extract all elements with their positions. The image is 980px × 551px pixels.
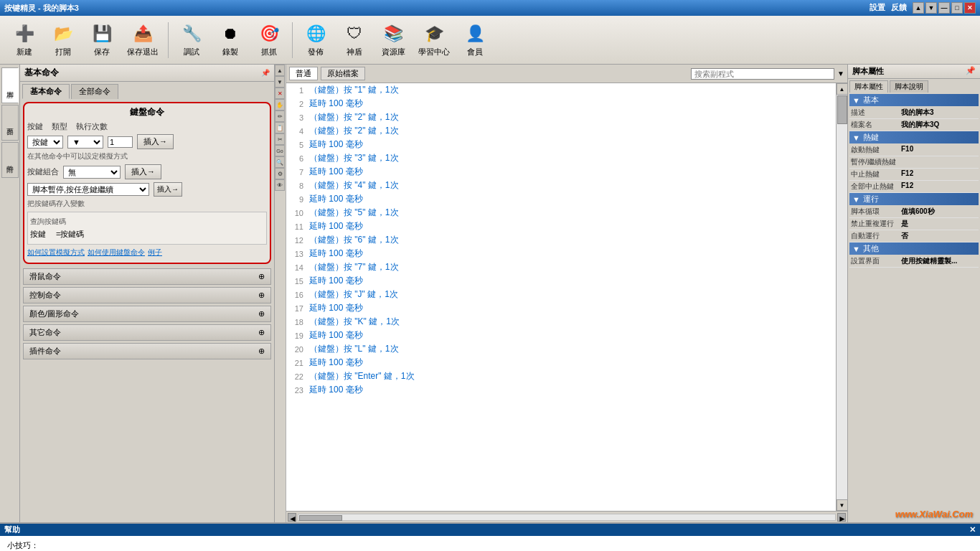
prop-row: 自動運行否 [849,230,979,242]
library-label: 資源庫 [382,47,405,57]
toolbar-capture[interactable]: 🎯 抓抓 [250,19,288,61]
prop-value: 我的脚本3 [901,108,934,118]
table-row: 5延時 100 毫秒 [286,138,836,151]
combo-select[interactable]: 無 [63,166,121,179]
action-copy[interactable]: 📋 [275,122,285,133]
member-icon: 👤 [463,22,486,45]
pause-select[interactable]: 脚本暫停,按任意鍵繼續 [27,183,149,196]
section-label: 熱鍵 [863,132,879,143]
search-input[interactable] [691,68,834,80]
toolbar-library[interactable]: 📚 資源庫 [374,19,412,61]
pin-icon[interactable]: 📌 [261,69,270,77]
vertical-scrollbar[interactable]: ▲ ▼ [836,83,847,511]
settings-link[interactable]: 設置 [870,2,885,14]
search-arrow[interactable]: ▼ [837,70,844,77]
plugin-cmd-btn[interactable]: 插件命令 ⊕ [23,343,271,359]
type-select[interactable]: ▼ [67,136,103,149]
editor-tab-normal[interactable]: 普通 [289,67,318,80]
editor-tab-source[interactable]: 原始檔案 [321,67,365,80]
prop-name: 禁止重複運行 [851,219,901,229]
maximize-btn[interactable]: □ [951,2,963,14]
line-content: （鍵盤）按 "J" 鍵，1次 [309,288,398,301]
mouse-cmd-btn[interactable]: 滑鼠命令 ⊕ [23,268,271,285]
insert-btn-2[interactable]: 插入→ [125,164,161,179]
action-delete[interactable]: ✕ [275,88,285,99]
library-icon: 📚 [382,22,405,45]
pause-row: 脚本暫停,按任意鍵繼續 插入→ [27,182,267,197]
prop-value: 否 [901,231,908,241]
line-content: （鍵盤）按 "2" 鍵，1次 [309,111,399,123]
scroll-down-arrow[interactable]: ▼ [837,499,848,511]
action-up[interactable]: ▲ [275,65,285,76]
toolbar-publish[interactable]: 🌐 發佈 [297,19,334,61]
line-number: 21 [289,359,309,367]
query-title: 查詢按鍵碼 [30,217,264,227]
scroll-down-btn[interactable]: ▼ [925,2,937,14]
toolbar-save[interactable]: 💾 保存 [83,19,121,61]
scroll-track[interactable] [837,95,848,499]
line-number: 13 [289,250,309,258]
scroll-up-btn[interactable]: ▲ [913,2,924,14]
action-drag[interactable]: ✋ [275,99,285,110]
link-example[interactable]: 例子 [148,248,162,258]
toolbar-learn[interactable]: 🎓 學習中心 [413,19,455,61]
tab-script-props[interactable]: 脚本屬性 [849,80,888,93]
hscroll-thumb[interactable] [299,515,342,521]
toolbar-new[interactable]: ➕ 新建 [6,19,43,61]
minimize-btn[interactable]: — [938,2,950,14]
control-cmd-btn[interactable]: 控制命令 ⊕ [23,287,271,303]
keyboard-cmd-box: 鍵盤命令 按鍵 類型 執行次數 按鍵 ▼ 插入→ 在其他命令中可以設定模擬 [23,102,271,264]
close-btn[interactable]: ✕ [964,2,976,14]
scroll-left-btn[interactable]: ◄ [288,513,296,522]
other-cmd-btn[interactable]: 其它命令 ⊕ [23,324,271,341]
prop-name: 檔案名 [851,120,901,130]
cmd-panel: 鍵盤命令 按鍵 類型 執行次數 按鍵 ▼ 插入→ 在其他命令中可以設定模擬 [20,99,274,522]
tab-script-desc[interactable]: 脚本說明 [890,80,928,93]
prop-section-title: ▼ 運行 [849,193,979,205]
link-usage[interactable]: 如何使用鍵盤命令 [88,248,145,258]
insert-btn-3[interactable]: 插入→ [154,182,182,197]
action-down[interactable]: ▼ [275,76,285,88]
count-input[interactable] [108,136,133,148]
action-goto[interactable]: Go [275,145,285,156]
publish-icon: 🌐 [304,22,327,45]
toolbar-saveclose[interactable]: 📤 保存退出 [122,19,164,61]
insert-btn-1[interactable]: 插入→ [137,134,174,149]
sidebar-tab-attachment[interactable]: 附件 [1,142,19,178]
toolbar-debug[interactable]: 🔧 調試 [173,19,210,61]
horizontal-scrollbar[interactable]: ◄ ► [286,511,847,522]
toolbar-open[interactable]: 📂 打開 [44,19,82,61]
query-box: 查詢按鍵碼 按鍵 =按鍵碼 [27,212,267,245]
action-settings[interactable]: ⚙ [275,168,285,179]
tab-all-cmd[interactable]: 全部命令 [71,84,118,99]
feedback-link[interactable]: 反饋 [891,2,907,14]
color-cmd-arrow: ⊕ [258,309,265,319]
line-content: （鍵盤）按 "Enter" 鍵，1次 [309,370,415,382]
code-editor[interactable]: 1（鍵盤）按 "1" 鍵，1次2延時 100 毫秒3（鍵盤）按 "2" 鍵，1次… [286,83,836,511]
action-eye[interactable]: 👁 [275,179,285,191]
line-content: 延時 100 毫秒 [309,302,363,314]
close-icon[interactable]: ✕ [969,525,976,534]
link-mode[interactable]: 如何設置模擬方式 [27,248,85,258]
sidebar-tab-script[interactable]: 脚本 [1,67,19,103]
scroll-right-btn[interactable]: ► [837,513,846,522]
color-cmd-btn[interactable]: 顏色/圖形命令 ⊕ [23,306,271,322]
right-panel-pin[interactable]: 📌 [966,66,976,77]
key-select[interactable]: 按鍵 [27,136,63,149]
hscroll-track[interactable] [298,514,836,521]
line-number: 22 [289,372,309,381]
tab-basic-cmd[interactable]: 基本命令 [22,84,70,99]
action-edit[interactable]: ✏ [275,110,285,122]
prop-value: 值填600秒 [901,207,935,217]
open-label: 打開 [55,47,71,57]
scroll-thumb[interactable] [837,95,847,124]
toolbar-shield[interactable]: 🛡 神盾 [336,19,373,61]
scroll-up-arrow[interactable]: ▲ [837,83,848,95]
line-number: 5 [289,141,309,149]
toolbar-member[interactable]: 👤 會員 [456,19,494,61]
action-cut[interactable]: ✂ [275,133,285,145]
action-search[interactable]: 🔍 [275,156,285,168]
control-cmd-label: 控制命令 [29,290,61,301]
toolbar-record[interactable]: ⏺ 錄製 [212,19,249,61]
sidebar-tab-interface[interactable]: 界面 [1,105,19,141]
